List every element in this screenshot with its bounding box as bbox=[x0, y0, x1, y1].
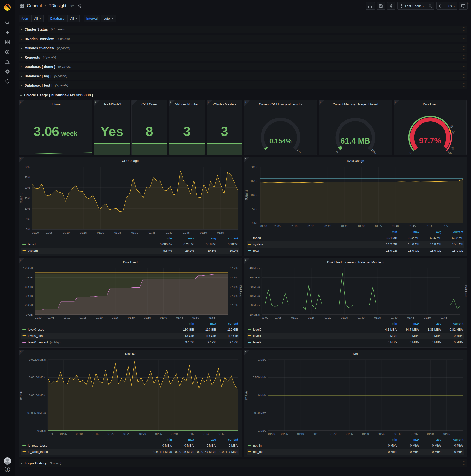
legend-header[interactable]: avg bbox=[419, 322, 441, 325]
panel-info-corner[interactable]: i bbox=[132, 100, 137, 106]
panel-info-corner[interactable]: i bbox=[19, 157, 24, 162]
row-requests[interactable]: ›Requests(4 panels)•• •• •• bbox=[19, 53, 467, 61]
refresh-button[interactable] bbox=[437, 2, 445, 10]
legend-header[interactable]: current bbox=[441, 438, 463, 442]
legend-series-name[interactable]: io_write_taosd bbox=[22, 450, 150, 454]
legend-header[interactable]: current bbox=[441, 230, 463, 234]
row-drag-handle[interactable]: •• •• •• bbox=[462, 64, 466, 69]
chart-plot-ram[interactable]: 20 GB15 GB10 GB5 GB0 MB01:0001:0501:1001… bbox=[244, 164, 467, 229]
configuration-gear-icon[interactable] bbox=[2, 67, 13, 77]
chart-plot-diskrate[interactable]: 40 MB/s30 MB/s20 MB/s10 MB/s0 MB/s-10 MB… bbox=[244, 266, 467, 321]
legend-series-name[interactable]: level1 bbox=[248, 334, 375, 338]
legend-series-name[interactable]: net_out bbox=[248, 450, 375, 454]
legend-header[interactable]: min bbox=[172, 322, 194, 325]
row-database-demo-[interactable]: ›Database: [ demo ](5 panels)•• •• •• bbox=[19, 63, 467, 70]
server-admin-shield-icon[interactable] bbox=[2, 77, 13, 86]
panel-title[interactable]: Disk Used Increasing Rate per Minute▾ bbox=[244, 258, 467, 266]
panel-info-corner[interactable]: i bbox=[244, 350, 250, 355]
dashboard-grid-icon[interactable] bbox=[19, 1, 25, 11]
search-icon[interactable] bbox=[2, 18, 13, 28]
legend-header[interactable]: min bbox=[375, 438, 397, 442]
variable-label-Database[interactable]: Database bbox=[48, 15, 67, 22]
panel-info-corner[interactable]: i bbox=[19, 350, 24, 355]
legend-series-name[interactable]: total bbox=[248, 249, 375, 253]
variable-value-fqdn[interactable]: All▾ bbox=[31, 15, 43, 22]
panel-info-corner[interactable]: i bbox=[207, 100, 212, 106]
legend-header[interactable]: current bbox=[216, 237, 238, 240]
legend-series-name[interactable]: net_in bbox=[248, 444, 375, 447]
star-dashboard-icon[interactable]: ☆ bbox=[70, 3, 74, 9]
row-drag-handle[interactable]: •• •• •• bbox=[462, 461, 466, 465]
row-mnodes-overview[interactable]: ›MNodes Overview(2 panels)•• •• •• bbox=[19, 44, 467, 52]
panel-info-corner[interactable]: i bbox=[319, 100, 324, 106]
row-database-log-[interactable]: ›Database: [ log ](5 panels)•• •• •• bbox=[19, 72, 467, 80]
legend-header[interactable]: current bbox=[216, 438, 238, 442]
legend-series-name[interactable]: system bbox=[248, 243, 375, 246]
share-dashboard-icon[interactable] bbox=[77, 1, 82, 11]
panel-info-corner[interactable]: i bbox=[94, 100, 100, 106]
legend-series-name[interactable]: level0 bbox=[248, 328, 375, 331]
legend-header[interactable]: avg bbox=[194, 438, 216, 442]
legend-series-name[interactable]: level0_total bbox=[22, 334, 172, 338]
chart-plot-diskused[interactable]: 125 GiB100 GiB75 GiB50 GiB25 GiB0 GiB01:… bbox=[19, 266, 242, 321]
row-drag-handle[interactable]: •• •• •• bbox=[462, 83, 466, 87]
panel-info-corner[interactable]: i bbox=[244, 100, 250, 106]
grafana-logo-icon[interactable] bbox=[2, 2, 13, 13]
chart-plot-cpu[interactable]: 30%25%20%15%10%5%0%01:0001:0501:1001:150… bbox=[19, 164, 242, 235]
legend-series-name[interactable]: level0_used bbox=[22, 328, 172, 331]
legend-series-name[interactable]: system bbox=[22, 249, 150, 253]
panel-info-corner[interactable]: i bbox=[19, 258, 24, 264]
row-drag-handle[interactable]: •• •• •• bbox=[462, 74, 466, 78]
row-drag-handle[interactable]: •• •• •• bbox=[462, 55, 466, 59]
panel-title[interactable]: Disk Used bbox=[19, 258, 242, 266]
row-drag-handle[interactable]: •• •• •• bbox=[466, 1, 470, 6]
legend-series-name[interactable]: level2 bbox=[248, 340, 375, 344]
legend-header[interactable]: max bbox=[397, 438, 419, 442]
panel-info-corner[interactable]: i bbox=[19, 100, 24, 106]
legend-header[interactable]: current bbox=[216, 322, 238, 325]
legend-series-name[interactable]: taosd bbox=[248, 236, 375, 240]
refresh-interval-picker[interactable]: 30s ▾ bbox=[445, 2, 457, 10]
legend-header[interactable]: min bbox=[150, 438, 172, 442]
panel-info-corner[interactable]: i bbox=[244, 157, 250, 162]
panel-info-corner[interactable]: i bbox=[394, 100, 399, 106]
panel-title[interactable]: Current CPU Usage of taosd▾ bbox=[244, 100, 317, 108]
dashboard-settings-button[interactable] bbox=[387, 2, 395, 10]
panel-title[interactable]: Net bbox=[244, 350, 467, 357]
row-dnode-usage[interactable]: ⌄ DNode Usage [ huolinhe-TM1701:6030 ] •… bbox=[19, 91, 467, 99]
time-range-picker[interactable]: Last 1 hour ▾ bbox=[397, 2, 426, 10]
legend-header[interactable]: avg bbox=[194, 237, 216, 240]
panel-info-corner[interactable]: i bbox=[244, 258, 250, 264]
legend-series-name[interactable]: taosd bbox=[22, 243, 150, 246]
variable-value-Interval[interactable]: auto▾ bbox=[101, 15, 116, 22]
user-avatar[interactable] bbox=[4, 457, 11, 465]
add-panel-button[interactable] bbox=[366, 2, 375, 10]
panel-info-corner[interactable]: i bbox=[169, 100, 175, 106]
row-drag-handle[interactable]: •• •• •• bbox=[462, 27, 466, 31]
legend-header[interactable]: avg bbox=[419, 230, 441, 234]
panel-title[interactable]: RAM Usage bbox=[244, 157, 467, 164]
variable-label-fqdn[interactable]: fqdn bbox=[19, 15, 31, 22]
legend-series-name[interactable]: io_read_taosd bbox=[22, 444, 150, 447]
panel-title[interactable]: CPU Usage bbox=[19, 157, 242, 164]
legend-header[interactable]: max bbox=[172, 438, 194, 442]
variable-value-Database[interactable]: All▾ bbox=[67, 15, 80, 22]
row-drag-handle[interactable]: •• •• •• bbox=[462, 36, 466, 41]
row-cluster-status[interactable]: ›Cluster Status(21 panels)•• •• •• bbox=[19, 26, 467, 33]
chart-plot-net[interactable]: 1 Mb/s0.500 Mb/s0 Mb/s-0.50 Mb/s-1 Mb/s0… bbox=[244, 357, 467, 437]
legend-header[interactable]: current bbox=[441, 322, 463, 325]
row-drag-handle[interactable]: •• •• •• bbox=[462, 46, 466, 50]
legend-series-name[interactable]: level0_percent(right-y) bbox=[22, 340, 172, 344]
row-dnodes-overview[interactable]: ›DNodes Overview(4 panels)•• •• •• bbox=[19, 35, 467, 42]
legend-header[interactable]: avg bbox=[419, 438, 441, 442]
help-icon[interactable]: ? bbox=[5, 467, 10, 472]
chart-plot-diskio[interactable]: 0.00200 MB/s0.00150 MB/s0.00100 MB/s0.00… bbox=[19, 357, 242, 437]
dashboards-icon[interactable] bbox=[2, 37, 13, 47]
explore-compass-icon[interactable] bbox=[2, 47, 13, 57]
zoom-out-time-button[interactable] bbox=[426, 2, 435, 10]
create-plus-icon[interactable] bbox=[2, 28, 13, 37]
legend-header[interactable]: max bbox=[194, 322, 216, 325]
legend-header[interactable]: min bbox=[375, 322, 397, 325]
breadcrumb-page-title[interactable]: TDinsight bbox=[49, 3, 67, 8]
row-database-test-[interactable]: ›Database: [ test ](5 panels)•• •• •• bbox=[19, 82, 467, 89]
